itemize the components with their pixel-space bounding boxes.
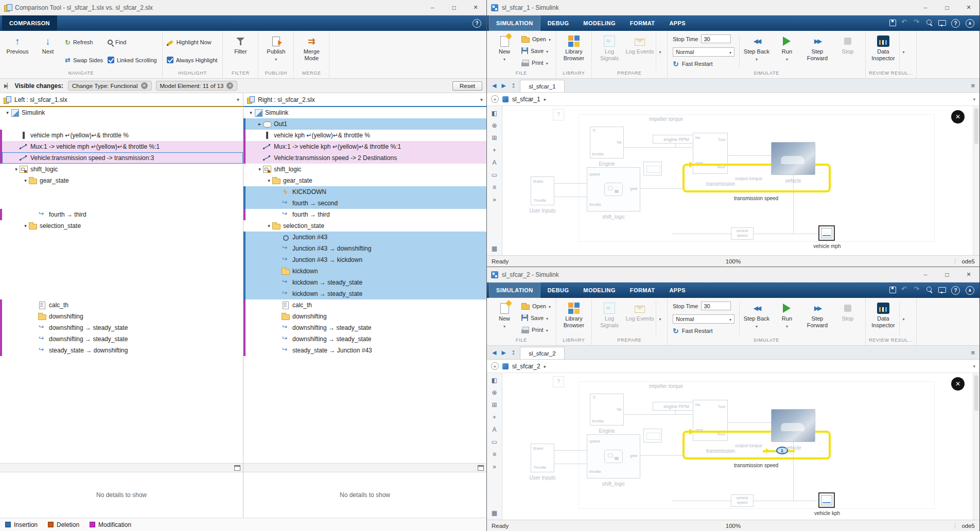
sim1-titlebar[interactable]: sl_sfcar_1 - Simulink xyxy=(487,0,979,15)
tree-row[interactable]: Out1 xyxy=(243,118,486,130)
expander-icon[interactable] xyxy=(248,110,254,115)
vehicle-speed-block[interactable]: vehicle speed xyxy=(731,494,754,507)
expander-icon[interactable] xyxy=(22,223,29,228)
hide-browser-icon[interactable]: ◧ xyxy=(489,376,500,384)
comparison-titlebar[interactable]: Comparison Tool - sl_sfcar_1.slx vs. sl_… xyxy=(0,0,486,15)
model-browser-icon[interactable]: ▦ xyxy=(489,244,500,252)
maximize-panel-icon[interactable] xyxy=(234,465,240,471)
stop-time-input[interactable] xyxy=(701,34,731,43)
area-icon[interactable]: ▭ xyxy=(489,171,500,179)
next-button[interactable]: Next xyxy=(33,33,62,69)
tree-row[interactable] xyxy=(0,198,243,209)
expander-icon[interactable] xyxy=(4,110,11,115)
filter-chip[interactable]: Change Type: Functional xyxy=(68,81,152,91)
minimize-button[interactable] xyxy=(915,267,936,282)
stop-button[interactable]: Stop xyxy=(833,33,862,69)
stop-button[interactable]: Stop xyxy=(833,300,862,337)
save-button[interactable]: Save xyxy=(520,47,553,55)
tree-row[interactable] xyxy=(0,232,243,243)
minimize-button[interactable] xyxy=(422,0,443,15)
new-button[interactable]: New xyxy=(490,33,519,69)
gallery-expand-button[interactable] xyxy=(656,33,664,69)
shift-logic-block[interactable]: speed throttle gear xyxy=(587,434,640,479)
right-pane-header[interactable]: Right : sl_sfcar_2.slx xyxy=(243,93,486,107)
data-inspector-button[interactable]: Data Inspector xyxy=(869,33,898,69)
tree-row[interactable]: downshifting xyxy=(243,311,486,322)
vehicle-image-block[interactable] xyxy=(771,409,815,442)
help-icon[interactable] xyxy=(951,19,960,28)
log-signals-button[interactable]: Log Signals xyxy=(595,33,624,69)
tab-list-icon[interactable]: ≡ xyxy=(966,79,979,92)
fast-restart-toggle[interactable]: Fast Restart xyxy=(673,327,734,334)
more-tools-icon[interactable]: » xyxy=(489,196,500,203)
minimize-button[interactable] xyxy=(915,0,936,15)
reset-button[interactable]: Reset xyxy=(452,81,482,91)
tree-row[interactable]: steady_state → Junction #43 xyxy=(243,345,486,356)
tree-row[interactable] xyxy=(0,266,243,277)
annotation-icon[interactable]: A xyxy=(489,426,500,433)
user-inputs-block[interactable]: Brake Throttle xyxy=(531,176,554,205)
save-icon[interactable] xyxy=(889,19,896,28)
engine-block[interactable]: Ti throttle Ne xyxy=(590,394,624,426)
always-highlight-checkbox[interactable]: Always Highlight xyxy=(166,56,220,64)
tree-row[interactable] xyxy=(0,243,243,254)
maximize-button[interactable] xyxy=(936,0,958,15)
ribbon-tab[interactable]: MODELING xyxy=(576,15,622,31)
merge-mode-button[interactable]: Merge Mode xyxy=(297,33,326,69)
data-inspector-button[interactable]: Data Inspector xyxy=(869,300,898,337)
undo-icon[interactable] xyxy=(901,19,908,28)
display-block[interactable] xyxy=(643,429,662,442)
maximize-button[interactable] xyxy=(936,267,958,282)
tree-row[interactable] xyxy=(0,277,243,288)
signal-lines-icon[interactable]: ≡ xyxy=(489,183,500,191)
expander-icon[interactable] xyxy=(13,167,20,172)
help-ghost-button[interactable]: ? xyxy=(553,376,564,387)
search-icon[interactable] xyxy=(926,286,933,295)
model-canvas[interactable]: ? impeller torque Ti throttle xyxy=(502,106,973,255)
tree-row[interactable]: kickdown → steady_state xyxy=(243,288,486,299)
tree-row[interactable]: kickdown xyxy=(243,266,486,277)
user-inputs-block[interactable]: Brake Throttle xyxy=(531,444,554,472)
signal-lines-icon[interactable]: ≡ xyxy=(489,450,500,458)
ribbon-tab[interactable]: MODELING xyxy=(576,282,622,298)
tree-row[interactable]: steady_state → downshifting xyxy=(0,345,243,356)
chevron-down-icon[interactable] xyxy=(480,97,483,102)
swap-sides-button[interactable]: Swap Sides xyxy=(64,56,105,64)
tree-row[interactable]: Vehicle:transmission speed -> 2 Destinat… xyxy=(243,152,486,164)
screen-icon[interactable] xyxy=(938,286,946,295)
collapse-ribbon-icon[interactable] xyxy=(966,286,974,295)
expand-breadcrumb-icon[interactable] xyxy=(491,95,499,103)
stop-time-input[interactable] xyxy=(701,302,731,310)
nav-forward-icon[interactable]: ▶ xyxy=(501,349,505,356)
redo-icon[interactable] xyxy=(914,19,921,28)
redo-icon[interactable] xyxy=(914,286,921,295)
breadcrumb[interactable]: sl_sfcar_2 xyxy=(512,363,540,370)
tree-row[interactable]: downshifting → steady_state xyxy=(243,333,486,345)
tree-row[interactable]: Junction #43 → kickdown xyxy=(243,254,486,266)
display-block[interactable] xyxy=(643,162,662,175)
close-button[interactable] xyxy=(958,0,979,15)
vehicle-speed-block[interactable]: vehicle speed xyxy=(731,227,754,240)
linked-scrolling-checkbox[interactable]: Linked Scrolling xyxy=(107,56,159,64)
tree-row[interactable] xyxy=(0,186,243,198)
expander-icon[interactable] xyxy=(256,167,263,172)
breadcrumb[interactable]: sl_sfcar_1 xyxy=(512,96,540,103)
tree-row[interactable]: gear_state xyxy=(0,175,243,186)
fast-restart-toggle[interactable]: Fast Restart xyxy=(673,60,734,67)
shift-logic-block[interactable]: speed throttle gear xyxy=(587,167,640,211)
library-browser-button[interactable]: Library Browser xyxy=(559,33,588,69)
area-icon[interactable]: ▭ xyxy=(489,438,500,446)
save-button[interactable]: Save xyxy=(520,314,553,322)
tree-row[interactable] xyxy=(0,288,243,299)
tree-row[interactable]: selection_state xyxy=(0,220,243,232)
print-button[interactable]: Print xyxy=(520,59,553,67)
filter-button[interactable]: Filter xyxy=(226,33,255,69)
pan-icon[interactable]: + xyxy=(489,146,500,154)
vertical-scrollbar[interactable] xyxy=(973,106,979,255)
tree-row[interactable]: Simulink xyxy=(0,107,243,118)
document-tab[interactable]: sl_sfcar_1 xyxy=(520,80,564,92)
tree-row[interactable]: calc_th xyxy=(0,299,243,311)
tree-row[interactable]: Mux:1 -> vehicle mph ↵(yellow)↵& throttl… xyxy=(0,141,243,152)
close-highlight-button[interactable] xyxy=(951,377,965,391)
gallery-expand-button[interactable] xyxy=(899,33,907,69)
